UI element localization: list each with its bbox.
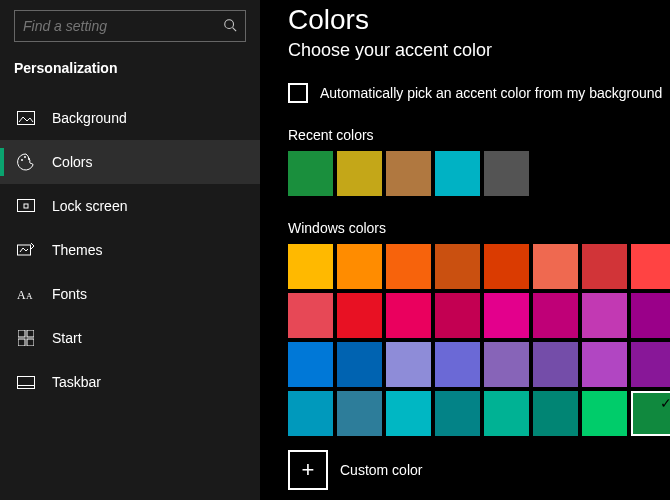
sidebar-item-lockscreen[interactable]: Lock screen: [0, 184, 260, 228]
recent-color-swatch[interactable]: [484, 151, 529, 196]
svg-point-4: [24, 156, 26, 158]
main-content: Colors Choose your accent color Automati…: [260, 0, 670, 500]
fonts-icon: AA: [16, 284, 36, 304]
windows-color-swatch[interactable]: [533, 244, 578, 289]
custom-color-row[interactable]: + Custom color: [288, 450, 670, 490]
check-icon: ✓: [660, 395, 670, 411]
search-input[interactable]: [23, 18, 223, 34]
page-title: Colors: [288, 4, 670, 36]
auto-accent-checkbox[interactable]: [288, 83, 308, 103]
windows-color-swatch[interactable]: [533, 342, 578, 387]
svg-rect-2: [18, 112, 35, 125]
windows-color-swatch[interactable]: [582, 391, 627, 436]
custom-color-label: Custom color: [340, 462, 422, 478]
auto-accent-label: Automatically pick an accent color from …: [320, 85, 662, 101]
search-box[interactable]: [14, 10, 246, 42]
sidebar-item-label: Colors: [52, 154, 92, 170]
recent-colors-label: Recent colors: [288, 127, 670, 143]
windows-color-swatch[interactable]: [435, 391, 480, 436]
sidebar-item-themes[interactable]: Themes: [0, 228, 260, 272]
windows-color-swatch[interactable]: [435, 244, 480, 289]
svg-rect-8: [18, 245, 31, 255]
windows-color-swatch[interactable]: ✓: [631, 391, 670, 436]
windows-color-swatch[interactable]: [484, 342, 529, 387]
svg-rect-13: [18, 339, 25, 346]
sidebar-item-background[interactable]: Background: [0, 96, 260, 140]
windows-color-swatch[interactable]: [288, 244, 333, 289]
windows-color-swatch[interactable]: [631, 293, 670, 338]
windows-color-swatch[interactable]: [484, 244, 529, 289]
windows-color-swatch[interactable]: [533, 293, 578, 338]
auto-accent-row[interactable]: Automatically pick an accent color from …: [288, 83, 670, 103]
svg-text:A: A: [26, 291, 33, 301]
svg-rect-6: [18, 200, 35, 212]
svg-rect-11: [18, 330, 25, 337]
sidebar-item-label: Themes: [52, 242, 103, 258]
windows-color-swatch[interactable]: [582, 342, 627, 387]
windows-colors-label: Windows colors: [288, 220, 670, 236]
windows-color-swatch[interactable]: [288, 391, 333, 436]
svg-rect-15: [18, 376, 35, 388]
sidebar-item-start[interactable]: Start: [0, 316, 260, 360]
windows-color-swatch[interactable]: [386, 244, 431, 289]
svg-rect-7: [24, 204, 28, 208]
search-icon: [223, 18, 237, 35]
windows-color-swatch[interactable]: [631, 342, 670, 387]
windows-color-swatch[interactable]: [582, 293, 627, 338]
recent-color-swatch[interactable]: [435, 151, 480, 196]
recent-color-swatch[interactable]: [337, 151, 382, 196]
sidebar-category: Personalization: [0, 60, 260, 96]
recent-color-swatch[interactable]: [386, 151, 431, 196]
windows-color-swatch[interactable]: [435, 293, 480, 338]
sidebar: Personalization Background Colors Lock s…: [0, 0, 260, 500]
recent-colors-row: [288, 151, 670, 196]
sidebar-item-label: Taskbar: [52, 374, 101, 390]
picture-icon: [16, 108, 36, 128]
windows-color-swatch[interactable]: [386, 391, 431, 436]
lock-screen-icon: [16, 196, 36, 216]
sidebar-item-label: Fonts: [52, 286, 87, 302]
windows-color-swatch[interactable]: [337, 244, 382, 289]
start-icon: [16, 328, 36, 348]
page-subtitle: Choose your accent color: [288, 40, 670, 61]
svg-rect-14: [27, 339, 34, 346]
windows-color-swatch[interactable]: [631, 244, 670, 289]
taskbar-icon: [16, 372, 36, 392]
windows-color-swatch[interactable]: [386, 342, 431, 387]
palette-icon: [16, 152, 36, 172]
windows-color-swatch[interactable]: [484, 391, 529, 436]
windows-color-swatch[interactable]: [288, 293, 333, 338]
windows-color-swatch[interactable]: [337, 342, 382, 387]
sidebar-item-label: Background: [52, 110, 127, 126]
svg-rect-12: [27, 330, 34, 337]
windows-color-swatch[interactable]: [337, 391, 382, 436]
windows-color-swatch[interactable]: [533, 391, 578, 436]
windows-color-swatch[interactable]: [288, 342, 333, 387]
sidebar-item-label: Lock screen: [52, 198, 127, 214]
svg-line-1: [233, 27, 237, 31]
svg-text:A: A: [17, 288, 26, 301]
windows-color-swatch[interactable]: [386, 293, 431, 338]
windows-color-swatch[interactable]: [582, 244, 627, 289]
svg-point-5: [28, 158, 30, 160]
sidebar-item-taskbar[interactable]: Taskbar: [0, 360, 260, 404]
svg-point-3: [21, 159, 23, 161]
windows-color-swatch[interactable]: [484, 293, 529, 338]
sidebar-item-fonts[interactable]: AA Fonts: [0, 272, 260, 316]
sidebar-item-colors[interactable]: Colors: [0, 140, 260, 184]
svg-point-0: [225, 19, 234, 28]
plus-icon[interactable]: +: [288, 450, 328, 490]
sidebar-item-label: Start: [52, 330, 82, 346]
themes-icon: [16, 240, 36, 260]
windows-colors-grid: ✓: [288, 244, 670, 436]
windows-color-swatch[interactable]: [435, 342, 480, 387]
windows-color-swatch[interactable]: [337, 293, 382, 338]
recent-color-swatch[interactable]: [288, 151, 333, 196]
